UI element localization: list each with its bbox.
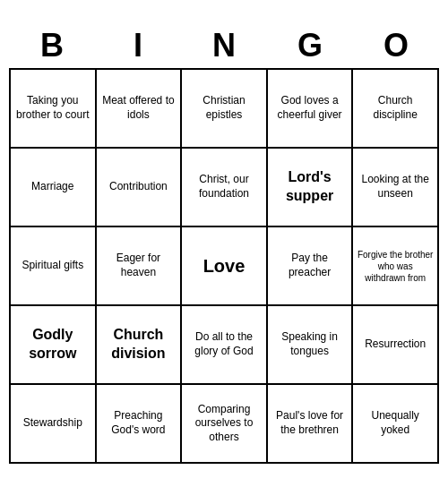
letter-i: I [97, 27, 179, 64]
table-row: Godly sorrow [11, 306, 97, 385]
table-row: Pay the preacher [268, 227, 354, 306]
table-row: Spiritual gifts [11, 227, 97, 306]
table-row: Love [182, 227, 268, 306]
bingo-card: B I N G O Taking you brother to courtMea… [9, 23, 439, 464]
bingo-header: B I N G O [9, 23, 439, 68]
table-row: Meat offered to idols [97, 70, 183, 149]
letter-g: G [269, 27, 351, 64]
letter-o: O [355, 27, 437, 64]
table-row: Church discipline [353, 70, 439, 149]
table-row: Resurrection [353, 306, 439, 385]
table-row: Taking you brother to court [11, 70, 97, 149]
table-row: Looking at the unseen [353, 149, 439, 227]
table-row: Contribution [97, 149, 183, 227]
table-row: God loves a cheerful giver [268, 70, 354, 149]
table-row: Preaching God's word [97, 385, 183, 464]
bingo-grid: Taking you brother to courtMeat offered … [9, 68, 439, 464]
table-row: Christian epistles [182, 70, 268, 149]
table-row: Paul's love for the brethren [268, 385, 354, 464]
table-row: Lord's supper [268, 149, 354, 227]
table-row: Comparing ourselves to others [182, 385, 268, 464]
table-row: Unequally yoked [353, 385, 439, 464]
table-row: Forgive the brother who was withdrawn fr… [353, 227, 439, 306]
letter-n: N [183, 27, 265, 64]
table-row: Stewardship [11, 385, 97, 464]
table-row: Speaking in tongues [268, 306, 354, 385]
table-row: Church division [97, 306, 183, 385]
table-row: Do all to the glory of God [182, 306, 268, 385]
table-row: Eager for heaven [97, 227, 183, 306]
table-row: Christ, our foundation [182, 149, 268, 227]
letter-b: B [11, 27, 93, 64]
table-row: Marriage [11, 149, 97, 227]
